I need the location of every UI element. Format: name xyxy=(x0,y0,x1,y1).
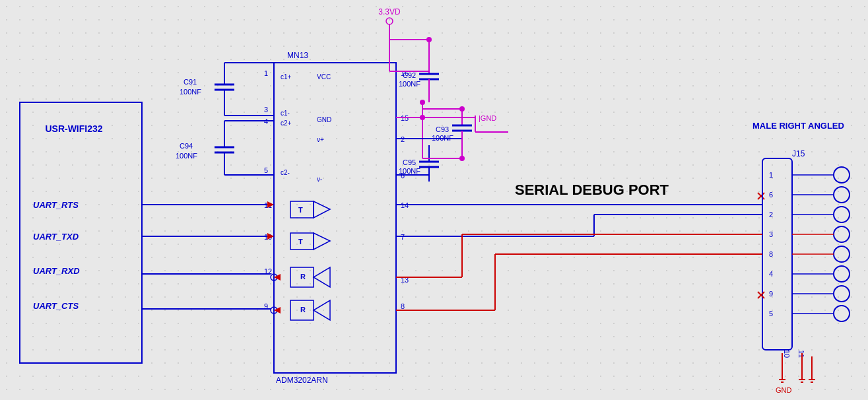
junction-3v3 xyxy=(426,37,432,42)
pin-c1minus-label: c1- xyxy=(281,110,290,117)
serial-debug-label: SERIAL DEBUG PORT xyxy=(515,182,669,198)
pin-gnd-label: GND xyxy=(317,116,331,123)
pin-vcc-label: VCC xyxy=(317,73,331,81)
gnd-label-1: GND xyxy=(776,386,792,394)
j15-pin9-num: 9 xyxy=(769,290,773,298)
j15-label: J15 xyxy=(792,149,805,158)
c95-value: 100NF xyxy=(399,167,420,175)
ic-part-label: ADM3202ARN xyxy=(276,376,328,385)
j15-pin2-num: 2 xyxy=(769,211,773,218)
j15-pin5-num: 5 xyxy=(769,310,773,317)
j15-pin10-num: 10 xyxy=(783,350,791,358)
wifi-module-label: USR-WIFI232 xyxy=(45,123,102,134)
uart-cts-label: UART_CTS xyxy=(33,301,79,311)
c95-label: C95 xyxy=(403,158,416,166)
pin3-num: 3 xyxy=(264,106,268,114)
c92-label: C92 xyxy=(403,71,416,79)
j15-pin8-num: 8 xyxy=(769,250,773,258)
c91-value: 100NF xyxy=(180,88,201,96)
junction-gnd2 xyxy=(420,100,425,105)
c94-label: C94 xyxy=(180,142,193,150)
pin-c2plus-label: c2+ xyxy=(281,119,292,127)
uart-rxd-label: UART_RXD xyxy=(33,266,80,276)
j15-pin1-num: 1 xyxy=(769,171,773,179)
pin-vminus-label: v- xyxy=(317,176,322,183)
svg-rect-2 xyxy=(0,0,868,400)
pin-c1plus-label: c1+ xyxy=(281,73,292,81)
c91-label: C91 xyxy=(184,78,197,86)
ic-mn13-label: MN13 xyxy=(287,51,308,60)
pin-c2minus-label: c2- xyxy=(281,169,290,176)
c93-label: C93 xyxy=(436,125,449,133)
buffer-r1-label: R xyxy=(300,273,306,281)
buffer-t2-label: T xyxy=(298,238,303,246)
j15-pin6-num: 6 xyxy=(769,191,773,199)
uart-txd-label: UART_TXD xyxy=(33,232,79,242)
j15-pin3-num: 3 xyxy=(769,230,773,238)
junction-c93-top xyxy=(459,106,465,112)
c94-value: 100NF xyxy=(176,152,197,160)
buffer-t1-label: T xyxy=(298,206,303,214)
pin5-num: 5 xyxy=(264,166,268,174)
power-label: 3.3VD xyxy=(378,7,401,17)
gnd-pin15-label: |GND xyxy=(479,114,496,122)
pin8-num: 8 xyxy=(401,302,405,310)
junction-gnd3 xyxy=(459,156,465,161)
c92-value: 100NF xyxy=(399,80,420,88)
pin-vplus-label: v+ xyxy=(317,136,324,143)
pin1-num: 1 xyxy=(264,69,268,77)
j15-pin4-num: 4 xyxy=(769,270,773,278)
connector-type-label: MALE RIGHT ANGLED xyxy=(752,121,844,131)
schematic-canvas: USR-WIFI232 MN13 ADM3202ARN c1+ VCC GND … xyxy=(0,0,868,400)
buffer-r2-label: R xyxy=(300,306,306,314)
uart-rts-label: UART_RTS xyxy=(33,200,79,210)
